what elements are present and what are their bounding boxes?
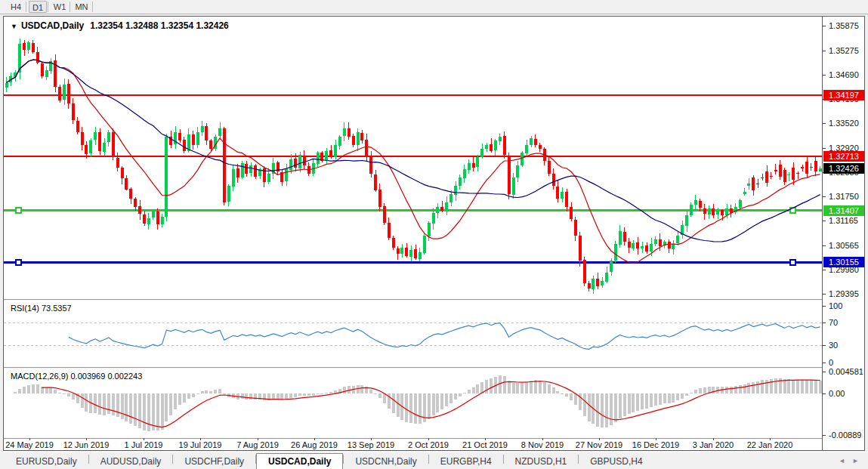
tab-audusd-daily[interactable]: AUDUSD,Daily <box>89 454 173 469</box>
date-label: 16 Dec 2019 <box>632 440 679 449</box>
axis-tick <box>823 26 826 26</box>
axis-tick <box>823 363 826 363</box>
axis-tick <box>823 123 826 124</box>
tab-eurusd-daily[interactable]: EURUSD,Daily <box>5 454 88 469</box>
toolbar-separator <box>92 2 93 12</box>
rsi-tick-label: 30 <box>829 341 838 350</box>
tab-strip: EURUSD,DailyAUDUSD,DailyUSDCHF,DailyUSDC… <box>5 452 654 469</box>
chart-symbol-label: USDCAD,Daily <box>21 20 84 31</box>
date-label: 7 Aug 2019 <box>236 440 279 449</box>
price-tick-label: 1.35875 <box>829 22 859 30</box>
date-axis[interactable]: 24 May 201912 Jun 20191 Jul 201919 Jul 2… <box>4 440 822 450</box>
macd-label: MACD(12,26,9) 0.003969 0.002243 <box>11 372 142 381</box>
macd-tick-label: -0.00889 <box>829 431 861 440</box>
hline-1.34197[interactable] <box>4 94 822 96</box>
axis-tick <box>823 306 826 307</box>
chart-window: ▼USDCAD,Daily1.32354 1.32488 1.32354 1.3… <box>3 16 865 451</box>
date-label: 8 Nov 2019 <box>521 440 564 449</box>
axis-tick <box>823 435 826 436</box>
rsi-plot[interactable] <box>4 301 822 367</box>
tab-usdcad-daily[interactable]: USDCAD,Daily <box>256 453 343 469</box>
timeframe-button-H4[interactable]: H4 <box>6 1 26 13</box>
date-label: 2 Oct 2019 <box>408 440 449 449</box>
axis-tick <box>823 270 826 270</box>
date-label: 26 Aug 2019 <box>291 440 338 449</box>
hline-handle[interactable] <box>16 208 21 213</box>
date-label: 19 Jul 2019 <box>179 440 222 449</box>
date-label: 21 Oct 2019 <box>462 440 508 449</box>
tab-scroll-left-icon[interactable]: ◄ <box>839 457 845 464</box>
tab-usdcnh-daily[interactable]: USDCNH,Daily <box>344 454 428 469</box>
axis-tick <box>823 148 826 149</box>
price-axis[interactable]: 1.358751.352751.346901.341051.335201.329… <box>822 17 864 450</box>
level-price-badge: 1.31407 <box>823 205 864 216</box>
axis-tick <box>823 322 826 323</box>
price-tick-label: 1.31165 <box>829 217 858 225</box>
tab-scroll-right-icon[interactable]: ► <box>852 457 859 464</box>
toolbar-separator <box>48 2 48 12</box>
candlestick-plot[interactable] <box>4 17 822 299</box>
price-tick-label: 1.30565 <box>829 242 859 250</box>
date-label: 12 Jun 2019 <box>63 440 110 449</box>
price-tick-label: 1.34690 <box>829 71 859 79</box>
axis-tick <box>823 245 826 246</box>
chart-title: ▼USDCAD,Daily1.32354 1.32488 1.32354 1.3… <box>11 20 229 31</box>
toolbar-separator <box>70 2 70 12</box>
date-label: 3 Jan 2020 <box>693 440 734 449</box>
rsi-pane[interactable]: RSI(14) 73.5357 <box>4 301 822 367</box>
rsi-tick-label: 70 <box>829 319 838 327</box>
price-tick-label: 1.35275 <box>829 47 859 55</box>
tab-gbpusd-h4[interactable]: GBPUSD,H4 <box>579 454 653 469</box>
hline-handle[interactable] <box>16 260 21 265</box>
price-pane[interactable]: ▼USDCAD,Daily1.32354 1.32488 1.32354 1.3… <box>4 17 822 299</box>
axis-tick <box>823 345 826 346</box>
timeframe-button-MN[interactable]: MN <box>73 1 91 13</box>
price-tick-label: 1.33520 <box>829 119 859 128</box>
rsi-tick-label: 0 <box>829 359 833 367</box>
axis-tick <box>823 393 826 394</box>
axis-tick <box>823 294 826 295</box>
date-label: 27 Nov 2019 <box>576 440 622 449</box>
tab-usdchf-daily[interactable]: USDCHF,Daily <box>173 454 255 469</box>
current-price-badge: 1.32426 <box>823 163 864 174</box>
rsi-tick-label: 100 <box>829 302 842 310</box>
axis-tick <box>823 51 826 51</box>
level-price-badge: 1.30155 <box>823 257 864 267</box>
chart-ohlc-values: 1.32354 1.32488 1.32354 1.32426 <box>90 20 229 31</box>
macd-tick-label: 0.004581 <box>829 368 863 376</box>
date-label: 24 May 2019 <box>5 440 54 449</box>
date-label: 13 Sep 2019 <box>348 440 394 449</box>
date-label: 22 Jan 2020 <box>747 440 793 449</box>
level-price-badge: 1.34197 <box>823 90 864 100</box>
hline-1.31407[interactable] <box>4 209 822 211</box>
tab-eurgbp-h4[interactable]: EURGBP,H4 <box>429 454 503 469</box>
tab-nzdusd-h1[interactable]: NZDUSD,H1 <box>504 454 579 469</box>
rsi-label: RSI(14) 73.5357 <box>11 304 72 313</box>
hline-handle[interactable] <box>790 260 795 265</box>
axis-tick <box>823 372 826 372</box>
timeframe-button-D1[interactable]: D1 <box>29 1 47 13</box>
toolbar-separator <box>26 2 26 12</box>
macd-tick-label: 0.00 <box>829 390 845 398</box>
axis-tick <box>823 196 826 197</box>
hline-1.32713[interactable] <box>4 156 822 157</box>
macd-pane[interactable]: MACD(12,26,9) 0.003969 0.002243 <box>4 369 822 438</box>
date-label: 1 Jul 2019 <box>125 440 163 449</box>
axis-tick <box>823 75 826 76</box>
price-tick-label: 1.31750 <box>829 193 859 201</box>
chart-dropdown-arrow-icon[interactable]: ▼ <box>11 23 17 30</box>
price-tick-label: 1.29395 <box>829 290 859 298</box>
timeframe-button-W1[interactable]: W1 <box>51 1 69 13</box>
level-price-badge: 1.32713 <box>823 151 864 162</box>
timeframe-toolbar: H4D1W1MN <box>0 0 868 14</box>
symbol-tab-bar: EURUSD,DailyAUDUSD,DailyUSDCHF,DailyUSDC… <box>0 452 868 469</box>
hline-1.30155[interactable] <box>4 261 822 264</box>
axis-tick <box>823 221 826 221</box>
